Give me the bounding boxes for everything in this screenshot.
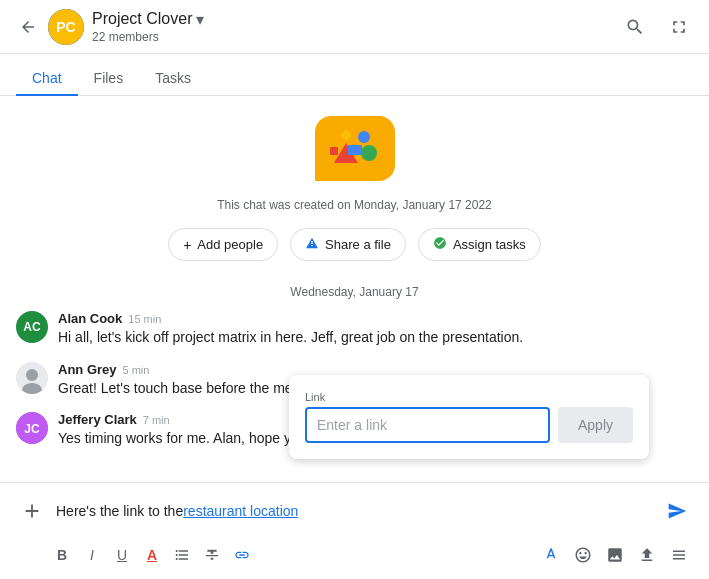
welcome-text: This chat was created on Monday, January…: [217, 198, 492, 212]
more-button[interactable]: [665, 541, 693, 569]
image-button[interactable]: [601, 541, 629, 569]
tab-chat[interactable]: Chat: [16, 62, 78, 96]
tab-files[interactable]: Files: [78, 62, 140, 96]
message-time: 7 min: [143, 414, 170, 426]
header-info: Project Clover ▾ 22 members: [92, 10, 617, 44]
message-group: AC Alan Cook 15 min Hi all, let's kick o…: [16, 311, 693, 348]
group-name: Project Clover: [92, 10, 192, 28]
svg-text:JC: JC: [24, 422, 40, 436]
emoji-button[interactable]: [569, 541, 597, 569]
formatting-right: [537, 541, 693, 569]
compose-area: Here's the link to the restaurant locati…: [0, 482, 709, 579]
message-header: Alan Cook 15 min: [58, 311, 693, 326]
send-button[interactable]: [661, 495, 693, 527]
sender-name: Alan Cook: [58, 311, 122, 326]
link-popup: Link Apply: [289, 375, 649, 459]
header: PC Project Clover ▾ 22 members: [0, 0, 709, 54]
upload-button[interactable]: [633, 541, 661, 569]
share-file-button[interactable]: Share a file: [290, 228, 406, 261]
add-icon: +: [183, 237, 191, 253]
svg-point-6: [358, 131, 370, 143]
link-button[interactable]: [228, 541, 256, 569]
link-label: Link: [305, 391, 633, 403]
welcome-section: This chat was created on Monday, January…: [16, 96, 693, 277]
svg-point-4: [361, 145, 377, 161]
bold-button[interactable]: B: [48, 541, 76, 569]
header-title[interactable]: Project Clover ▾: [92, 10, 617, 29]
welcome-actions: + Add people Share a file Assign tasks: [168, 228, 541, 261]
message-content: Alan Cook 15 min Hi all, let's kick off …: [58, 311, 693, 348]
add-attachment-button[interactable]: [16, 495, 48, 527]
font-color-button[interactable]: A: [138, 541, 166, 569]
apply-button[interactable]: Apply: [558, 407, 633, 443]
group-avatar: PC: [48, 9, 84, 45]
add-people-button[interactable]: + Add people: [168, 228, 278, 261]
message-time: 5 min: [123, 364, 150, 376]
date-divider: Wednesday, January 17: [16, 285, 693, 299]
svg-marker-5: [340, 129, 352, 141]
back-button[interactable]: [12, 11, 44, 43]
compose-link-text: restaurant location: [183, 503, 298, 519]
drive-icon: [305, 236, 319, 253]
message-text: Hi all, let's kick off project matrix in…: [58, 328, 693, 348]
svg-rect-7: [330, 147, 338, 155]
underline-button[interactable]: U: [108, 541, 136, 569]
italic-button[interactable]: I: [78, 541, 106, 569]
assign-tasks-button[interactable]: Assign tasks: [418, 228, 541, 261]
sender-name: Ann Grey: [58, 362, 117, 377]
tasks-icon: [433, 236, 447, 253]
link-input[interactable]: [317, 417, 538, 433]
svg-point-9: [26, 369, 38, 381]
compose-input-row: Here's the link to the restaurant locati…: [0, 483, 709, 535]
avatar: AC: [16, 311, 48, 343]
avatar: JC: [16, 412, 48, 444]
sender-name: Jeffery Clark: [58, 412, 137, 427]
link-input-wrapper: [305, 407, 550, 443]
svg-text:PC: PC: [56, 19, 75, 35]
avatar: [16, 362, 48, 394]
chevron-down-icon: ▾: [196, 10, 204, 29]
header-actions: [617, 9, 697, 45]
search-button[interactable]: [617, 9, 653, 45]
compose-text-before: Here's the link to the: [56, 503, 183, 519]
svg-rect-3: [348, 145, 362, 155]
tab-tasks[interactable]: Tasks: [139, 62, 207, 96]
text-color-right-button[interactable]: [537, 541, 565, 569]
welcome-icon: [315, 116, 395, 186]
formatting-toolbar: B I U A: [0, 535, 709, 579]
expand-button[interactable]: [661, 9, 697, 45]
bullet-list-button[interactable]: [168, 541, 196, 569]
tabs: Chat Files Tasks: [0, 54, 709, 96]
compose-text-area[interactable]: Here's the link to the restaurant locati…: [56, 493, 653, 529]
link-popup-row: Apply: [305, 407, 633, 443]
strikethrough-button[interactable]: [198, 541, 226, 569]
message-time: 15 min: [128, 313, 161, 325]
member-count: 22 members: [92, 30, 617, 44]
